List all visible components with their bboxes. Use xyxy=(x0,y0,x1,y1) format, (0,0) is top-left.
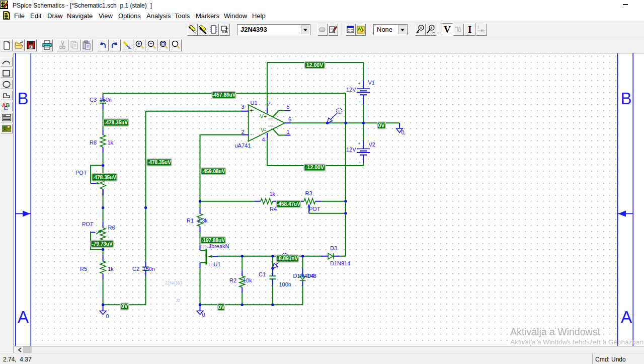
svg-text:-12.00V: -12.00V xyxy=(305,164,324,170)
svg-text:12.00V: 12.00V xyxy=(306,62,323,68)
svg-text:3.3k: 3.3k xyxy=(197,217,208,224)
svg-text:U1: U1 xyxy=(251,100,258,106)
svg-text:5: 5 xyxy=(287,104,290,110)
svg-text:R4: R4 xyxy=(270,206,277,212)
svg-text:-478.35uV: -478.35uV xyxy=(93,175,116,180)
svg-text:-458.47uV: -458.47uV xyxy=(277,201,300,207)
svg-text:+: + xyxy=(250,107,254,114)
svg-text:1k: 1k xyxy=(108,139,114,145)
svg-text:-457.86uV: -457.86uV xyxy=(212,92,236,98)
svg-text:OS2: OS2 xyxy=(268,118,274,121)
svg-text:J2: J2 xyxy=(176,298,180,303)
svg-text:1k: 1k xyxy=(270,191,276,197)
svg-text:100n: 100n xyxy=(279,281,291,287)
svg-text:-197.88uV: -197.88uV xyxy=(201,238,225,243)
svg-text:6: 6 xyxy=(288,116,291,122)
svg-text:0V: 0V xyxy=(378,122,385,128)
svg-text:POT: POT xyxy=(309,206,320,212)
svg-text:C1: C1 xyxy=(259,271,266,277)
svg-text:-459.08uV: -459.08uV xyxy=(202,169,225,174)
svg-text:1: 1 xyxy=(287,129,290,135)
svg-text:Aktiválja a Windowst: Aktiválja a Windowst xyxy=(510,326,600,337)
svg-text:C: C xyxy=(4,106,8,111)
svg-text:4: 4 xyxy=(262,136,265,142)
svg-text:I: I xyxy=(431,26,432,30)
svg-text:2: 2 xyxy=(242,129,245,135)
svg-text:D1N914: D1N914 xyxy=(330,260,350,266)
svg-text:R3: R3 xyxy=(305,190,312,196)
svg-text:0: 0 xyxy=(106,313,109,319)
svg-text:-478.35uV: -478.35uV xyxy=(104,120,128,125)
svg-text:V: V xyxy=(420,26,423,30)
svg-text:150n: 150n xyxy=(143,266,155,272)
svg-text:-478.35uV: -478.35uV xyxy=(147,160,171,165)
svg-text:R8: R8 xyxy=(90,139,97,145)
svg-text:V: V xyxy=(338,109,341,114)
svg-text:Aktiválja a Windows rendszert: Aktiválja a Windows rendszert a Gépházba… xyxy=(510,338,643,346)
svg-text:B: B xyxy=(621,89,632,108)
svg-text:1k: 1k xyxy=(108,266,114,272)
svg-text:V-: V- xyxy=(261,127,266,133)
svg-text:7: 7 xyxy=(268,101,271,107)
svg-text:12V: 12V xyxy=(346,147,356,153)
svg-text:R1: R1 xyxy=(187,217,194,224)
svg-text:I: I xyxy=(468,24,471,35)
svg-text:JbreakN: JbreakN xyxy=(209,243,229,249)
svg-text:V: V xyxy=(444,24,451,35)
svg-text:A: A xyxy=(18,308,29,326)
svg-text:R5: R5 xyxy=(80,266,87,272)
svg-text:V1: V1 xyxy=(368,80,375,86)
svg-text:OS1: OS1 xyxy=(268,124,274,127)
svg-text:D3: D3 xyxy=(330,245,337,251)
svg-text:C3: C3 xyxy=(90,97,97,103)
svg-text:-8.891nV: -8.891nV xyxy=(277,256,298,261)
svg-text:0V: 0V xyxy=(121,303,128,309)
svg-text:C2: C2 xyxy=(132,266,139,272)
svg-text:POT: POT xyxy=(82,221,94,227)
svg-text:a: a xyxy=(225,30,228,34)
svg-text:V2: V2 xyxy=(369,141,375,148)
svg-text:R2: R2 xyxy=(229,277,236,283)
svg-text:J2N4393: J2N4393 xyxy=(165,280,182,285)
svg-text:uA741: uA741 xyxy=(235,142,251,149)
svg-text:-79.73uV: -79.73uV xyxy=(92,241,112,247)
svg-text:0: 0 xyxy=(401,129,405,135)
svg-text:R6: R6 xyxy=(108,225,115,231)
svg-text:I: I xyxy=(477,25,479,30)
svg-text:3: 3 xyxy=(242,104,245,110)
svg-text:A: A xyxy=(621,308,632,326)
svg-text:-: - xyxy=(250,130,253,138)
svg-text:0V: 0V xyxy=(218,304,225,310)
svg-text:V+: V+ xyxy=(260,113,267,119)
svg-text:12V: 12V xyxy=(346,87,356,93)
svg-text:D4: D4 xyxy=(307,273,314,279)
svg-text:POT: POT xyxy=(75,170,87,176)
svg-text:150n: 150n xyxy=(100,97,112,103)
svg-text:U1: U1 xyxy=(214,261,221,267)
svg-text:B: B xyxy=(18,89,29,108)
svg-text:10k: 10k xyxy=(243,277,252,283)
svg-text:0: 0 xyxy=(202,312,205,318)
